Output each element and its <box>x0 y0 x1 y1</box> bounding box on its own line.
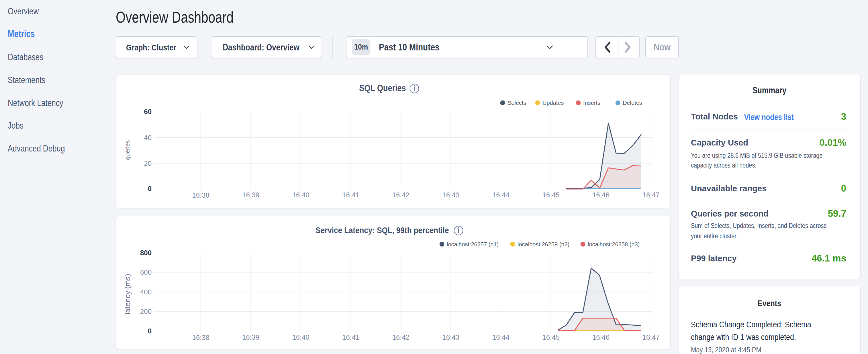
svg-text:16:43: 16:43 <box>442 191 459 199</box>
svg-text:Selects: Selects <box>507 100 526 106</box>
svg-text:16:40: 16:40 <box>292 191 309 199</box>
svg-text:400: 400 <box>140 288 152 296</box>
svg-text:0: 0 <box>148 327 152 335</box>
svg-text:localhost:26259 (n2): localhost:26259 (n2) <box>518 241 569 248</box>
svg-text:16:45: 16:45 <box>542 191 559 199</box>
svg-text:16:47: 16:47 <box>643 333 660 341</box>
svg-text:40: 40 <box>144 134 152 141</box>
svg-text:16:42: 16:42 <box>392 333 409 341</box>
svg-text:16:41: 16:41 <box>342 191 359 199</box>
svg-text:16:38: 16:38 <box>192 191 210 199</box>
svg-text:Updates: Updates <box>542 100 564 106</box>
svg-text:16:44: 16:44 <box>492 333 509 341</box>
svg-text:16:40: 16:40 <box>292 333 309 341</box>
svg-text:16:45: 16:45 <box>542 333 559 341</box>
svg-text:Inserts: Inserts <box>583 100 600 106</box>
svg-text:16:42: 16:42 <box>392 191 409 199</box>
svg-text:20: 20 <box>144 160 152 167</box>
svg-text:16:46: 16:46 <box>592 333 610 341</box>
svg-text:16:38: 16:38 <box>192 334 210 342</box>
svg-text:queries: queries <box>124 140 131 160</box>
svg-text:16:43: 16:43 <box>442 333 459 341</box>
svg-text:Service Latency: SQL, 99th per: Service Latency: SQL, 99th percentile <box>315 225 449 235</box>
svg-text:16:39: 16:39 <box>242 191 259 199</box>
svg-text:800: 800 <box>140 249 152 257</box>
svg-text:600: 600 <box>140 268 152 276</box>
svg-text:16:41: 16:41 <box>342 333 359 341</box>
svg-text:200: 200 <box>140 308 152 315</box>
svg-text:16:47: 16:47 <box>643 191 660 199</box>
svg-text:16:39: 16:39 <box>242 333 259 341</box>
svg-text:16:46: 16:46 <box>592 191 610 199</box>
svg-text:Deletes: Deletes <box>623 100 642 106</box>
svg-text:60: 60 <box>144 108 152 116</box>
svg-text:localhost:26258 (n3): localhost:26258 (n3) <box>588 241 640 248</box>
svg-text:0: 0 <box>148 185 152 192</box>
svg-text:latency (ms): latency (ms) <box>123 274 132 315</box>
svg-text:SQL Queries: SQL Queries <box>359 83 406 93</box>
svg-text:16:44: 16:44 <box>492 191 509 199</box>
svg-text:localhost:26257 (n1): localhost:26257 (n1) <box>447 241 499 248</box>
